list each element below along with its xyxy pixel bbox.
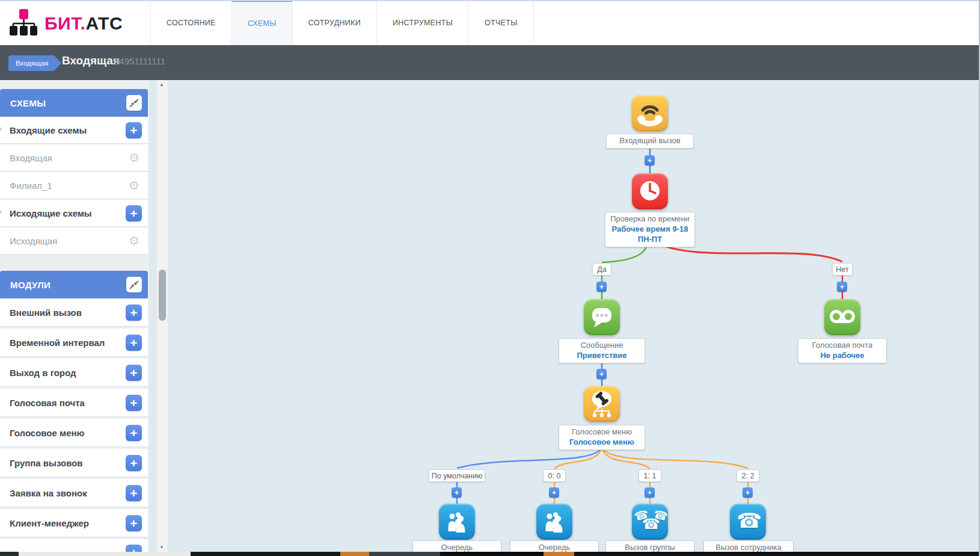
add-module-button[interactable]: + <box>126 335 142 351</box>
add-node-button[interactable]: + <box>645 487 655 498</box>
module-item-city-exit[interactable]: › Выход в город + <box>0 359 148 386</box>
scrollbar-thumb[interactable] <box>159 270 166 321</box>
tab-otchety[interactable]: ОТЧЕТЫ <box>468 0 534 45</box>
add-node-button[interactable]: + <box>743 487 753 498</box>
branch-yes-label: Да <box>592 263 611 276</box>
chevron-down-icon: ˅ <box>0 209 2 217</box>
tab-shemy[interactable]: СХЕМЫ <box>231 0 292 45</box>
voicemail-node[interactable] <box>824 299 860 335</box>
branch-2-label: 2: 2 <box>737 469 759 482</box>
modules-panel-header: МОДУЛИ <box>0 271 148 298</box>
collapse-icon[interactable] <box>126 95 142 111</box>
breadcrumb-bar: Входящая Входящая 84951111111 <box>0 45 980 80</box>
gear-icon[interactable]: ⚙ <box>129 178 139 193</box>
phone-icon: ☎ <box>642 516 660 533</box>
branch-1-label: 1: 1 <box>639 469 661 482</box>
voice-menu-icon <box>584 386 620 422</box>
chevron-down-icon: ˅ <box>0 126 2 134</box>
clock-icon <box>632 173 668 209</box>
add-node-button[interactable]: + <box>596 369 607 379</box>
module-item-client-manager[interactable]: › Клиент-менеджер + <box>0 509 148 537</box>
message-label: Сообщение Приветствие <box>559 338 645 363</box>
scroll-down-icon[interactable]: ▼ <box>159 545 164 550</box>
tab-sostoyanie[interactable]: СОСТОЯНИЕ <box>150 0 231 45</box>
taskbar-sliver <box>0 552 980 556</box>
voice-menu-label: Голосовое меню Голосовое меню <box>559 425 645 450</box>
schemes-panel-title: СХЕМЫ <box>10 98 46 108</box>
org-chart-logo-icon <box>10 8 37 39</box>
sidebar-item-ishodyashaya[interactable]: Исходящая ⚙ <box>0 227 148 254</box>
gear-icon[interactable]: ⚙ <box>129 233 139 248</box>
add-module-button[interactable]: + <box>126 485 142 501</box>
add-node-button[interactable]: + <box>549 487 559 498</box>
add-node-button[interactable]: + <box>837 282 847 292</box>
queue-people-icon <box>536 504 572 540</box>
module-item-call-group[interactable]: › Группа вызовов + <box>0 449 148 477</box>
module-item-external-call[interactable]: › Внешний вызов + <box>0 298 148 326</box>
branch-0-label: 0: 0 <box>543 469 566 482</box>
incoming-call-node[interactable] <box>632 95 668 131</box>
collapse-icon[interactable] <box>126 277 142 292</box>
add-module-button[interactable]: + <box>126 425 142 441</box>
add-module-button[interactable]: + <box>126 395 142 411</box>
schemes-panel-header: СХЕМЫ <box>0 89 148 117</box>
add-scheme-button[interactable]: + <box>126 205 142 221</box>
page-phone-number: 84951111111 <box>114 56 165 66</box>
add-node-button[interactable]: + <box>452 487 462 498</box>
sidebar: СХЕМЫ ˅ Входящие схемы + Входящая ⚙ Фили… <box>0 80 149 556</box>
schemes-panel: СХЕМЫ ˅ Входящие схемы + Входящая ⚙ Фили… <box>0 89 148 255</box>
time-check-label: Проверка по времени Рабочее время 9-18 П… <box>605 212 695 247</box>
add-node-button[interactable]: + <box>645 155 655 165</box>
voicemail-label: Голосовая почта Не рабочее <box>798 338 887 363</box>
employee-call-node[interactable]: ☎ <box>730 504 766 540</box>
flow-canvas[interactable]: Входящий вызов + Проверка по времени Раб… <box>167 80 980 556</box>
voicemail-icon <box>824 299 860 335</box>
app-header: БИТ.АТС СОСТОЯНИЕ СХЕМЫ СОТРУДНИКИ ИНСТР… <box>0 0 980 45</box>
modules-panel: МОДУЛИ › Внешний вызов + › Временной инт… <box>0 271 148 555</box>
incoming-call-icon <box>632 95 668 131</box>
module-item-voicemail[interactable]: › Голосовая почта + <box>0 389 148 416</box>
add-scheme-button[interactable]: + <box>126 122 142 138</box>
sidebar-item-incoming-schemes[interactable]: ˅ Входящие схемы + <box>0 117 148 143</box>
sidebar-item-vhodyashaya[interactable]: Входящая ⚙ <box>0 144 148 171</box>
main-nav: СОСТОЯНИЕ СХЕМЫ СОТРУДНИКИ ИНСТРУМЕНТЫ О… <box>150 0 534 45</box>
tab-instrumenty[interactable]: ИНСТРУМЕНТЫ <box>376 0 468 45</box>
modules-panel-title: МОДУЛИ <box>10 280 51 290</box>
time-check-node[interactable] <box>632 173 668 209</box>
tab-sotrudniki[interactable]: СОТРУДНИКИ <box>292 0 376 45</box>
module-item-partial[interactable]: + <box>0 539 148 553</box>
branch-no-label: Нет <box>832 263 853 276</box>
add-module-button[interactable]: + <box>126 365 142 381</box>
sidebar-scrollbar[interactable]: ▲ ▼ <box>156 80 168 552</box>
add-node-button[interactable]: + <box>596 282 607 292</box>
page-title: Входящая <box>62 54 120 67</box>
queue-people-icon <box>439 504 475 540</box>
browser-top-edge <box>0 0 980 1</box>
app-logo: БИТ.АТС <box>10 8 123 39</box>
voice-menu-node[interactable] <box>584 386 620 422</box>
scroll-up-icon[interactable]: ▲ <box>159 82 164 87</box>
queue-node[interactable] <box>536 504 572 540</box>
gear-icon[interactable]: ⚙ <box>129 150 139 165</box>
branch-default-label: По умолчанию <box>429 469 485 482</box>
module-item-time-interval[interactable]: › Временной интервал + <box>0 329 148 356</box>
add-module-button[interactable]: + <box>126 455 142 471</box>
message-node[interactable] <box>584 299 620 335</box>
brand-name: БИТ.АТС <box>44 13 123 34</box>
message-icon <box>584 299 620 335</box>
group-call-node[interactable]: ☎ ☎ ☎ <box>632 504 668 540</box>
breadcrumb-badge[interactable]: Входящая <box>8 55 54 71</box>
queue-node[interactable] <box>439 504 475 540</box>
module-item-call-request[interactable]: › Заявка на звонок + <box>0 479 148 507</box>
add-module-button[interactable]: + <box>126 304 142 321</box>
sidebar-item-outgoing-schemes[interactable]: ˅ Исходящие схемы + <box>0 200 148 226</box>
sidebar-item-filial-1[interactable]: Филиал_1 ⚙ <box>0 172 148 199</box>
phone-icon: ☎ <box>737 508 762 533</box>
module-item-voice-menu[interactable]: › Голосовое меню + <box>0 419 148 446</box>
add-module-button[interactable]: + <box>126 515 142 531</box>
incoming-call-label: Входящий вызов <box>606 134 694 149</box>
